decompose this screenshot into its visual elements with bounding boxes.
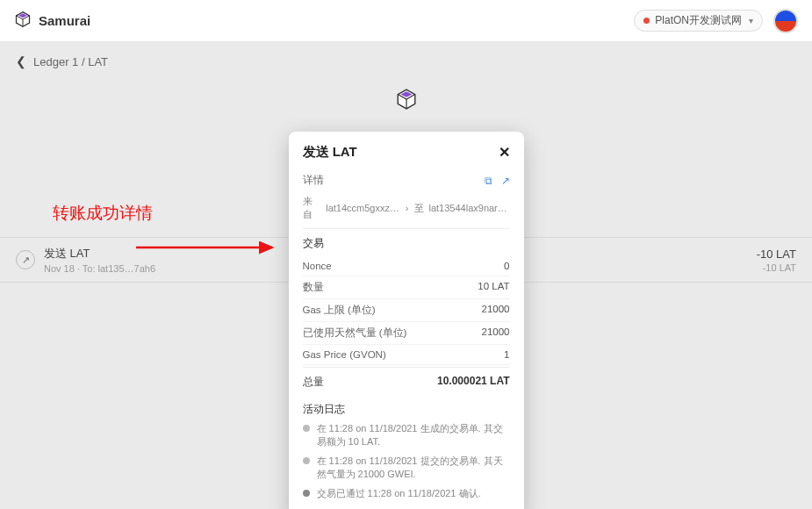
- transaction-row-left: ↗ 发送 LAT Nov 18 · To: lat135…7ah6: [16, 246, 155, 274]
- main-center: [0, 88, 812, 114]
- log-dot-icon: [303, 457, 310, 464]
- copy-icon[interactable]: ⧉: [485, 175, 492, 187]
- token-cube-icon: [395, 88, 418, 114]
- modal-title: 发送 LAT: [303, 144, 357, 161]
- transaction-title: 发送 LAT: [44, 246, 155, 262]
- to-address[interactable]: lat13544lax9nare2…: [429, 203, 510, 213]
- row-gas-price: Gas Price (GVON) 1: [303, 345, 510, 365]
- log-entry: 在 11:28 on 11/18/2021 提交的交易单. 其天然气量为 210…: [303, 455, 510, 482]
- detail-label: 详情: [303, 173, 324, 188]
- account-avatar[interactable]: [773, 9, 798, 33]
- close-icon[interactable]: ✕: [499, 144, 510, 161]
- annotation-label: 转账成功详情: [53, 202, 153, 225]
- from-address[interactable]: lat14ccm5gxxz7…: [326, 203, 400, 213]
- row-total: 总量 10.000021 LAT: [303, 367, 510, 395]
- activity-log-title: 活动日志: [303, 402, 510, 417]
- topbar: Samurai PlatON开发测试网 ▾: [0, 0, 812, 42]
- row-nonce: Nonce 0: [303, 256, 510, 276]
- network-status-dot: [643, 18, 650, 24]
- row-gas-used: 已使用天然气量 (单位) 21000: [303, 322, 510, 345]
- brand-name: Samurai: [39, 13, 90, 28]
- back-button[interactable]: ❮: [16, 54, 26, 68]
- transaction-subtext: Nov 18 · To: lat135…7ah6: [44, 263, 155, 274]
- logo-icon: [14, 11, 32, 31]
- modal-header: 发送 LAT ✕: [303, 144, 510, 161]
- tx-section-title: 交易: [303, 228, 510, 251]
- open-external-icon[interactable]: ↗: [501, 175, 510, 187]
- topbar-right: PlatON开发测试网 ▾: [634, 9, 798, 33]
- log-dot-done-icon: [303, 490, 310, 497]
- transaction-detail-modal: 发送 LAT ✕ 详情 ⧉ ↗ 来自 lat14ccm5gxxz7… › 至 l…: [289, 132, 524, 509]
- row-amount: 数量 10 LAT: [303, 276, 510, 299]
- transaction-row-right: -10 LAT -10 LAT: [757, 247, 796, 273]
- to-label: 至: [414, 202, 424, 215]
- transaction-amount: -10 LAT: [757, 247, 796, 261]
- breadcrumb-text: Ledger 1 / LAT: [33, 55, 108, 68]
- log-entry: 在 11:28 on 11/18/2021 生成的交易单. 其交易额为 10 L…: [303, 422, 510, 449]
- breadcrumb: ❮ Ledger 1 / LAT: [0, 42, 812, 81]
- chevron-down-icon: ▾: [749, 16, 753, 25]
- chevron-right-icon: ›: [406, 203, 409, 213]
- network-label: PlatON开发测试网: [655, 13, 742, 28]
- send-arrow-icon: ↗: [16, 250, 35, 269]
- transaction-amount-sub: -10 LAT: [757, 262, 796, 273]
- network-selector[interactable]: PlatON开发测试网 ▾: [634, 10, 763, 32]
- log-entry: 交易已通过 11:28 on 11/18/2021 确认.: [303, 487, 510, 500]
- address-line: 来自 lat14ccm5gxxz7… › 至 lat13544lax9nare2…: [303, 195, 510, 221]
- brand: Samurai: [14, 11, 90, 31]
- row-gas-limit: Gas 上限 (单位) 21000: [303, 299, 510, 322]
- from-label: 来自: [303, 195, 321, 221]
- detail-header-row: 详情 ⧉ ↗: [303, 173, 510, 188]
- log-dot-icon: [303, 425, 310, 432]
